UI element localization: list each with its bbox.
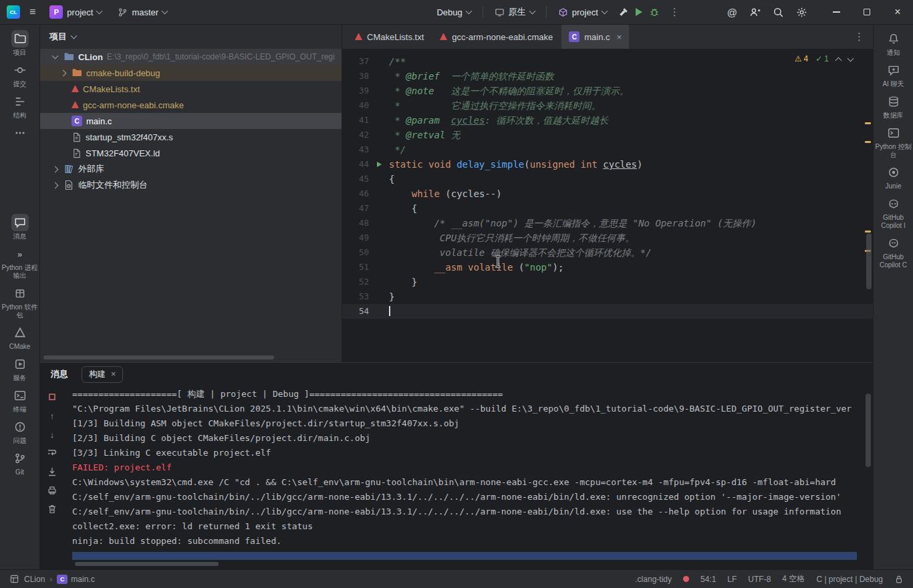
console-line[interactable]: collect2.exe: error: ld returned 1 exit … [72, 519, 873, 534]
scroll-to-end-icon[interactable] [46, 466, 58, 478]
sidebar-item-ai-chat[interactable]: AI 聊天 [874, 61, 913, 88]
line-separator[interactable]: LF [727, 575, 737, 584]
next-message-icon[interactable]: ↓ [46, 428, 58, 440]
sidebar-item-services[interactable]: 服务 [1, 355, 39, 382]
console-line[interactable]: [2/3] Building C object CMakeFiles/proje… [72, 431, 873, 446]
console-line[interactable]: C:/self_env/arm-gnu-toolchain/bin/../lib… [72, 490, 873, 504]
build-tab[interactable]: 构建 × [82, 366, 123, 383]
run-target-selector[interactable]: 原生 [490, 4, 539, 20]
sidebar-item-git[interactable]: Git [1, 450, 39, 476]
warning-stripe-mark[interactable] [865, 231, 871, 233]
tree-item-main-c[interactable]: C main.c [40, 113, 342, 129]
console-selected-line[interactable] [72, 552, 857, 560]
console-line[interactable]: ====================[ 构建 | project | Deb… [72, 387, 873, 402]
code-line[interactable]: 38 * @brief 一个简单的软件延时函数 [342, 69, 873, 84]
print-icon[interactable] [46, 484, 58, 496]
code-line[interactable]: 46 while (cycles--) [342, 186, 873, 201]
next-issue-icon[interactable] [847, 55, 854, 61]
code-line[interactable]: 52 } [342, 275, 873, 289]
inspections-widget[interactable]: ⚠4 ✓1 [795, 54, 853, 63]
sidebar-item-terminal[interactable]: 终端 [1, 387, 39, 414]
mentions-icon[interactable]: @ [727, 7, 737, 18]
code-line[interactable]: 48 /* __asm("nop") 是一条汇编指令，意思是 "No Opera… [342, 216, 873, 231]
build-hammer-icon[interactable] [618, 7, 629, 17]
console-line[interactable]: [1/3] Building ASM object CMakeFiles/pro… [72, 416, 873, 431]
editor-vertical-scrollbar[interactable] [866, 233, 872, 289]
vcs-branch-widget[interactable]: master [113, 5, 172, 19]
sidebar-item-structure[interactable]: 结构 [1, 93, 39, 120]
close-icon[interactable]: × [111, 370, 116, 379]
code-with-me-icon[interactable] [749, 7, 761, 18]
tree-item-external-libraries[interactable]: 外部库 [40, 161, 342, 177]
code-line[interactable]: 51 __asm volatile ("nop"); [342, 260, 873, 275]
sidebar-item-messages[interactable]: 消息 [1, 214, 39, 241]
code-line[interactable]: 43 */ [342, 142, 873, 157]
console-line[interactable]: C:\Windows\system32\cmd.exe /C "cd . && … [72, 475, 873, 490]
lock-icon[interactable] [894, 575, 904, 584]
sidebar-item-cmake[interactable]: CMake [1, 324, 39, 351]
breadcrumb-project[interactable]: CLion [24, 575, 45, 584]
tab-cmakelists[interactable]: CMakeLists.txt [348, 25, 431, 49]
console-line[interactable]: [3/3] Linking C executable project.elf [72, 446, 873, 460]
close-icon[interactable]: × [617, 32, 622, 42]
code-line[interactable]: 53} [342, 289, 873, 304]
run-project-selector[interactable]: project [553, 5, 612, 19]
sidebar-item-commit[interactable]: 提交 [1, 61, 39, 88]
sidebar-item-python-packages[interactable]: Python 软件包 [1, 285, 39, 319]
code-line[interactable]: 44static void delay_simple(unsigned int … [342, 157, 873, 172]
warning-stripe-mark[interactable] [865, 122, 871, 124]
tree-item-root[interactable]: CLion E:\3_repo\0_fdb\1_tutorial-code\9-… [40, 49, 342, 65]
tab-gcc-cmake[interactable]: gcc-arm-none-eabi.cmake [432, 25, 560, 49]
console-line[interactable]: "C:\Program Files\JetBrains\CLion 2025.1… [72, 402, 873, 416]
code-line[interactable]: 40 * 它通过执行空操作指令来消耗时间。 [342, 98, 873, 113]
project-panel-header[interactable]: 项目 [40, 25, 342, 49]
resolve-context[interactable]: C | project | Debug [816, 575, 883, 584]
sidebar-item-python-output[interactable]: » Python 进程输出 [1, 245, 39, 280]
code-line[interactable]: 50 volatile 确保编译器不会把这个循环优化掉。*/ [342, 245, 873, 260]
code-line[interactable]: 54 [342, 304, 873, 319]
prev-message-icon[interactable]: ↑ [46, 410, 58, 422]
run-config-selector[interactable]: Debug [432, 5, 475, 19]
tree-item-scratches[interactable]: 临时文件和控制台 [40, 177, 342, 193]
sidebar-item-database[interactable]: 数据库 [874, 93, 913, 120]
console-line[interactable]: C:/self_env/arm-gnu-toolchain/bin/../lib… [72, 504, 873, 519]
minimize-button[interactable] [821, 0, 852, 24]
clang-tidy-status[interactable]: .clang-tidy [635, 575, 672, 584]
search-icon[interactable] [773, 7, 784, 18]
sidebar-item-copilot-2[interactable]: GitHub Copilot C [874, 235, 913, 269]
debug-bug-icon[interactable] [649, 7, 660, 17]
code-line[interactable]: 45{ [342, 172, 873, 186]
close-button[interactable]: × [882, 0, 913, 24]
console-line[interactable]: FAILED: project.elf [72, 460, 873, 475]
analysis-error-icon[interactable] [683, 576, 689, 582]
soft-wrap-icon[interactable] [46, 447, 58, 459]
main-menu-icon[interactable]: ≡ [27, 6, 38, 18]
code-line[interactable]: 39 * @note 这是一个不精确的阻塞延时，仅用于演示。 [342, 84, 873, 98]
warning-stripe-mark[interactable] [865, 141, 871, 143]
tree-item-gcc-cmake[interactable]: gcc-arm-none-eabi.cmake [40, 97, 342, 113]
code-line[interactable]: 42 * @retval 无 [342, 128, 873, 142]
sidebar-item-project[interactable]: 项目 [1, 30, 39, 57]
tree-item-ld-script[interactable]: STM32F407VEX.ld [40, 145, 342, 161]
tree-item-cmake-build-debug[interactable]: cmake-build-debug [40, 65, 342, 81]
sidebar-item-problems[interactable]: 问题 [1, 418, 39, 445]
maximize-button[interactable] [852, 0, 882, 24]
sidebar-item-copilot-1[interactable]: GitHub Copilot I [874, 195, 913, 230]
indent-setting[interactable]: 4 空格 [782, 573, 805, 585]
tab-main-c[interactable]: C main.c × [561, 25, 629, 49]
project-horizontal-scrollbar[interactable] [43, 355, 274, 359]
tree-item-cmakelists[interactable]: CMakeLists.txt [40, 81, 342, 97]
sidebar-item-python-console[interactable]: Python 控制台 [874, 124, 913, 159]
stop-icon[interactable] [46, 391, 58, 403]
code-area[interactable]: 37/**38 * @brief 一个简单的软件延时函数39 * @note 这… [342, 49, 873, 362]
window-layout-icon[interactable] [9, 574, 19, 584]
prev-issue-icon[interactable] [835, 57, 842, 63]
run-button[interactable] [636, 8, 642, 16]
build-output[interactable]: ====================[ 构建 | project | Deb… [64, 386, 873, 569]
sidebar-item-junie[interactable]: Junie [874, 164, 913, 190]
sidebar-item-more[interactable] [1, 124, 39, 143]
breadcrumb-file[interactable]: C main.c [57, 575, 94, 584]
file-encoding[interactable]: UTF-8 [748, 575, 771, 584]
code-line[interactable]: 47 { [342, 201, 873, 216]
tab-options-icon[interactable]: ⋮ [851, 31, 868, 43]
